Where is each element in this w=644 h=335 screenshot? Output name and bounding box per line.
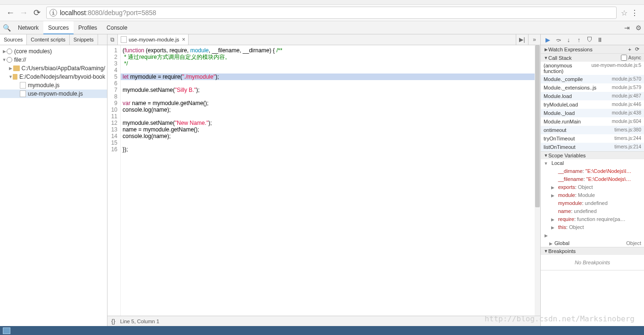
code-line[interactable]: * 通过require方式调用自定义的模块内容。 bbox=[121, 54, 540, 60]
scope-variable[interactable]: ▶ require: function require(pa… bbox=[541, 215, 644, 223]
deactivate-breakpoints-icon[interactable]: ⛉ bbox=[584, 36, 594, 43]
add-watch-icon[interactable]: + bbox=[627, 47, 633, 52]
tree-file[interactable]: mymodule.js bbox=[0, 81, 107, 90]
windows-taskbar[interactable] bbox=[0, 326, 644, 335]
tree-folder[interactable]: ▶C:/Users/biao/AppData/Roaming/ bbox=[0, 64, 107, 73]
scope-global[interactable]: ▶ Global Object bbox=[541, 239, 644, 247]
scope-local[interactable]: ▼ Local bbox=[541, 159, 644, 167]
url-host: localhost bbox=[60, 9, 86, 16]
code-line[interactable]: */ bbox=[121, 60, 540, 67]
tab-network[interactable]: Network bbox=[13, 21, 43, 34]
drawer-toggle-icon[interactable]: ⇥ bbox=[621, 24, 633, 32]
code-editor[interactable]: 12345678910111213141516 (function (expor… bbox=[107, 45, 540, 316]
file-icon bbox=[121, 36, 127, 43]
code-line[interactable]: name = mymodule.getName(); bbox=[121, 126, 540, 133]
nav-tab-sources[interactable]: Sources bbox=[0, 34, 27, 45]
async-toggle[interactable]: Async bbox=[621, 55, 641, 61]
folder-icon bbox=[13, 74, 17, 80]
code-line[interactable] bbox=[121, 80, 540, 87]
globe-icon bbox=[7, 49, 12, 54]
stack-frame[interactable]: Module._extensions..jsmodule.js:579 bbox=[541, 83, 644, 92]
stack-frame[interactable]: ontimeouttimers.js:380 bbox=[541, 126, 644, 134]
breakpoints-header[interactable]: ▼Breakpoints bbox=[541, 247, 644, 255]
editor-tabs: ⧉ use-myown-module.js × ▶| » bbox=[107, 34, 540, 45]
reload-button[interactable]: ⟳ bbox=[30, 6, 43, 19]
editor-panel: ⧉ use-myown-module.js × ▶| » 12345678910… bbox=[107, 34, 540, 326]
code-line[interactable]: (function (exports, require, module, __f… bbox=[121, 47, 540, 54]
code-line[interactable]: mymodule.setName("Silly B."); bbox=[121, 87, 540, 93]
tab-sources[interactable]: Sources bbox=[43, 21, 74, 34]
scope-variable[interactable]: mymodule: undefined bbox=[541, 199, 644, 207]
scope-variable[interactable]: ▶ this: Object bbox=[541, 223, 644, 231]
async-checkbox[interactable] bbox=[621, 55, 627, 61]
address-bar[interactable]: i localhost:8080/debug?port=5858 bbox=[46, 7, 617, 19]
step-into-icon[interactable]: ↓ bbox=[563, 36, 574, 43]
nav-tab-snippets[interactable]: Snippets bbox=[70, 34, 98, 45]
scope-empty[interactable]: ▶ bbox=[541, 231, 644, 239]
code-line[interactable] bbox=[121, 139, 540, 146]
pause-exceptions-icon[interactable]: ⏸ bbox=[594, 36, 605, 43]
code-line[interactable] bbox=[121, 93, 540, 100]
scrollbar-thumb[interactable] bbox=[535, 45, 540, 207]
browser-tabstrip bbox=[0, 0, 644, 5]
scope-header[interactable]: ▼Scope Variables bbox=[541, 152, 644, 159]
scope-variable[interactable]: name: undefined bbox=[541, 207, 644, 215]
code-line[interactable]: var name = mymodule.getName(); bbox=[121, 100, 540, 106]
nav-tab-content-scripts[interactable]: Content scripts bbox=[27, 34, 69, 45]
file-tab[interactable]: use-myown-module.js × bbox=[118, 34, 189, 45]
tab-history-icon[interactable]: ⧉ bbox=[107, 34, 118, 45]
stack-frame[interactable]: Module.loadmodule.js:487 bbox=[541, 92, 644, 100]
code-line[interactable]: console.log(name); bbox=[121, 133, 540, 139]
step-over-icon[interactable]: ⤼ bbox=[553, 36, 563, 43]
code-line[interactable]: let mymodule = require("./mymodule"); bbox=[121, 74, 540, 80]
scope-variable[interactable]: ▶ module: Module bbox=[541, 191, 644, 199]
stack-frame[interactable]: Module._compilemodule.js:570 bbox=[541, 75, 644, 83]
file-icon bbox=[20, 90, 26, 97]
stack-frame[interactable]: tryModuleLoadmodule.js:446 bbox=[541, 100, 644, 109]
code-line[interactable] bbox=[121, 67, 540, 74]
forward-button[interactable]: → bbox=[17, 6, 30, 19]
url-port: :8080 bbox=[86, 9, 102, 16]
run-snippet-icon[interactable]: ▶| bbox=[516, 34, 528, 45]
bookmark-icon[interactable]: ☆ bbox=[619, 8, 629, 17]
settings-gear-icon[interactable]: ⚙ bbox=[633, 24, 644, 32]
browser-menu-icon[interactable]: ⋮ bbox=[629, 8, 640, 17]
code-line[interactable]: }); bbox=[121, 146, 540, 153]
tree-file-selected[interactable]: use-myown-module.js bbox=[0, 90, 107, 98]
tab-profiles[interactable]: Profiles bbox=[74, 21, 102, 34]
stack-frame-current[interactable]: (anonymous function) use-myown-module.js… bbox=[541, 62, 644, 75]
navigator-tabs: Sources Content scripts Snippets bbox=[0, 34, 107, 45]
taskbar-item[interactable] bbox=[3, 327, 10, 334]
resume-icon[interactable]: ▶ bbox=[543, 36, 553, 43]
tab-console[interactable]: Console bbox=[102, 21, 132, 34]
stack-frame[interactable]: Module._loadmodule.js:438 bbox=[541, 109, 644, 117]
globe-icon bbox=[7, 57, 12, 63]
search-icon[interactable]: 🔍 bbox=[0, 24, 13, 32]
code-line[interactable] bbox=[121, 113, 540, 120]
tree-file-root[interactable]: ▼file:// bbox=[0, 56, 107, 64]
more-tabs-icon[interactable]: » bbox=[528, 34, 540, 45]
code-content[interactable]: (function (exports, require, module, __f… bbox=[121, 45, 540, 316]
file-icon bbox=[20, 82, 26, 89]
close-icon[interactable]: × bbox=[182, 36, 185, 43]
scope-variable[interactable]: __filename: "E:\Code\Nodejs\… bbox=[541, 175, 644, 183]
tree-core-modules[interactable]: ▶(core modules) bbox=[0, 47, 107, 56]
code-line[interactable]: mymodule.setName("New Name."); bbox=[121, 120, 540, 126]
back-button[interactable]: ← bbox=[4, 6, 17, 19]
scope-variable[interactable]: __dirname: "E:\Code\Nodejs\l… bbox=[541, 167, 644, 175]
step-out-icon[interactable]: ↑ bbox=[574, 36, 584, 43]
watch-header[interactable]: ▶Watch Expressions + ⟳ bbox=[541, 45, 644, 53]
info-icon[interactable]: i bbox=[50, 9, 57, 16]
line-gutter[interactable]: 12345678910111213141516 bbox=[107, 45, 121, 316]
scope-variable[interactable]: ▶ exports: Object bbox=[541, 183, 644, 191]
stack-frame[interactable]: listOnTimeouttimers.js:214 bbox=[541, 143, 644, 151]
code-line[interactable]: console.log(name); bbox=[121, 106, 540, 113]
scrollbar-vertical[interactable] bbox=[535, 45, 540, 316]
tree-folder[interactable]: ▼E:/Code/Nodejs/learn/byvoid-book bbox=[0, 73, 107, 81]
callstack-header[interactable]: ▼Call Stack Async bbox=[541, 54, 644, 62]
stack-frame[interactable]: tryOnTimeouttimers.js:244 bbox=[541, 134, 644, 143]
pretty-print-icon[interactable]: {} bbox=[111, 318, 116, 325]
refresh-watch-icon[interactable]: ⟳ bbox=[633, 46, 641, 52]
stack-frame[interactable]: Module.runMainmodule.js:604 bbox=[541, 117, 644, 126]
no-breakpoints-label: No Breakpoints bbox=[541, 255, 644, 270]
